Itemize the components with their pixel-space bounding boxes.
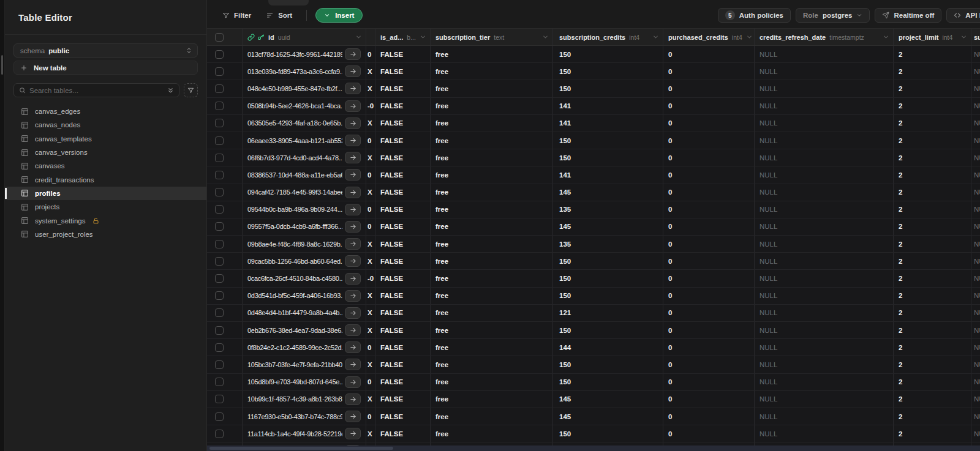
expand-row-button[interactable]: [345, 359, 361, 370]
sidebar-item-user_project_roles[interactable]: user_project_roles: [13, 228, 198, 241]
filter-button[interactable]: Filter: [217, 8, 257, 23]
credits-refresh-date-cell[interactable]: NULL: [755, 391, 894, 408]
credits-refresh-date-cell[interactable]: NULL: [755, 149, 894, 166]
table-row[interactable]: 0d3d541d-bf5c-459f-a406-16b93...XFALSEfr…: [207, 288, 980, 305]
realtime-toggle-button[interactable]: Realtime off: [875, 8, 941, 23]
row-checkbox[interactable]: [215, 154, 224, 162]
id-cell[interactable]: 0f8b24e2-c1c2-4589-99ce-2c52d...: [243, 339, 366, 356]
role-select[interactable]: Role postgres: [796, 8, 870, 23]
purchased-credits-cell[interactable]: 0: [663, 236, 755, 252]
chevron-down-icon[interactable]: [652, 34, 659, 40]
sidebar-item-profiles[interactable]: profiles: [5, 187, 206, 200]
row-checkbox[interactable]: [215, 257, 224, 266]
table-row[interactable]: 063505e5-4293-4faf-a18c-0e65b...XFALSEfr…: [207, 115, 980, 132]
row-checkbox[interactable]: [215, 119, 224, 127]
purchased-credits-cell[interactable]: 0: [663, 218, 755, 235]
clipped-cell[interactable]: X: [366, 305, 375, 321]
id-cell[interactable]: 0508b94b-5ee2-4626-bca1-4bca...: [243, 98, 366, 114]
purchased-credits-cell[interactable]: 0: [663, 166, 755, 183]
table-row[interactable]: 013cf78d-1625-43fc-9961-442189...0FALSEf…: [207, 46, 980, 63]
is-admin-cell[interactable]: FALSE: [375, 356, 431, 373]
scrollbar-thumb[interactable]: [209, 447, 393, 450]
is-admin-cell[interactable]: FALSE: [375, 270, 431, 286]
auth-policies-button[interactable]: 5 Auth policies: [718, 8, 791, 23]
clipped-cell[interactable]: X: [366, 149, 375, 166]
expand-row-button[interactable]: [345, 255, 361, 267]
clipped-cell[interactable]: X: [366, 80, 375, 97]
subscription-tier-cell[interactable]: free: [431, 305, 553, 321]
select-all-checkbox[interactable]: [215, 33, 224, 42]
expand-row-button[interactable]: [345, 290, 361, 302]
credits-refresh-date-cell[interactable]: NULL: [755, 356, 894, 373]
id-cell[interactable]: 1167e930-e5b0-43b7-b74c-788c9...: [243, 408, 366, 425]
clipped-right-cell[interactable]: NU: [971, 425, 980, 442]
sidebar-item-canvas_nodes[interactable]: canvas_nodes: [13, 118, 198, 132]
table-row[interactable]: 06eaee33-8905-4aaa-b121-ab552...0FALSEfr…: [207, 132, 980, 149]
id-cell[interactable]: 0d48e4d4-b1bf-4479-9a8b-4a4b...: [243, 305, 366, 321]
clipped-right-cell[interactable]: NU: [971, 356, 980, 373]
sidebar-item-projects[interactable]: projects: [13, 200, 198, 214]
project-limit-cell[interactable]: 2: [894, 374, 971, 390]
table-row[interactable]: 0cac6fca-26cf-4510-84ba-c4580...-0FALSEf…: [207, 270, 980, 287]
table-row[interactable]: 09544b0c-ba9b-496a-9b09-244...0FALSEfree…: [207, 201, 980, 218]
subscription-credits-cell[interactable]: 150: [553, 288, 663, 304]
purchased-credits-cell[interactable]: 0: [663, 356, 755, 373]
table-row[interactable]: 11a114cb-1a4c-49f4-9b28-52219ec...XFALSE…: [207, 425, 980, 442]
clipped-right-cell[interactable]: NU: [971, 391, 980, 408]
credits-refresh-date-cell[interactable]: NULL: [755, 132, 894, 149]
project-limit-cell[interactable]: 2: [894, 253, 971, 269]
subscription-tier-cell[interactable]: free: [431, 115, 553, 132]
credits-refresh-date-cell[interactable]: NULL: [755, 374, 894, 390]
subscription-tier-cell[interactable]: free: [431, 374, 553, 390]
is-admin-cell[interactable]: FALSE: [375, 46, 431, 62]
credits-refresh-date-cell[interactable]: NULL: [755, 98, 894, 114]
purchased-credits-cell[interactable]: 0: [663, 270, 755, 286]
subscription-tier-cell[interactable]: free: [431, 322, 553, 338]
subscription-tier-cell[interactable]: free: [431, 80, 553, 97]
expand-row-button[interactable]: [345, 135, 361, 146]
id-cell[interactable]: 09544b0c-ba9b-496a-9b09-244...: [243, 201, 366, 218]
subscription-tier-cell[interactable]: free: [431, 46, 553, 62]
row-checkbox[interactable]: [215, 308, 224, 317]
credits-refresh-date-cell[interactable]: NULL: [755, 425, 894, 442]
search-tables-input[interactable]: [29, 87, 164, 94]
clipped-right-cell[interactable]: NU: [971, 166, 980, 183]
clipped-cell[interactable]: X: [366, 391, 375, 408]
clipped-right-cell[interactable]: NU: [971, 98, 980, 114]
id-cell[interactable]: 06eaee33-8905-4aaa-b121-ab552...: [243, 132, 366, 149]
row-checkbox[interactable]: [215, 188, 224, 196]
row-checkbox[interactable]: [215, 205, 224, 214]
is-admin-cell[interactable]: FALSE: [375, 339, 431, 356]
purchased-credits-cell[interactable]: 0: [663, 184, 755, 201]
id-cell[interactable]: 10b99c1f-4857-4c39-a8b1-263b8...: [243, 391, 366, 408]
row-checkbox[interactable]: [215, 291, 224, 300]
id-cell[interactable]: 0cac6fca-26cf-4510-84ba-c4580...: [243, 270, 366, 286]
is-admin-cell[interactable]: FALSE: [375, 322, 431, 338]
clipped-right-cell[interactable]: NU: [971, 288, 980, 304]
clipped-cell[interactable]: X: [366, 322, 375, 338]
subscription-credits-cell[interactable]: 141: [553, 115, 663, 132]
subscription-credits-cell[interactable]: 145: [553, 184, 663, 201]
id-cell[interactable]: 013e039a-fd89-473a-a3c6-ccfa9...: [243, 63, 366, 80]
subscription-credits-cell[interactable]: 150: [553, 374, 663, 390]
id-cell[interactable]: 09b8ae4e-f48c-4f89-8a8c-1629b...: [243, 236, 366, 252]
clipped-right-cell[interactable]: NU: [971, 253, 980, 269]
project-limit-cell[interactable]: 2: [894, 218, 971, 235]
clipped-right-cell[interactable]: NU: [971, 408, 980, 425]
row-checkbox[interactable]: [215, 274, 224, 283]
expand-row-button[interactable]: [345, 273, 361, 285]
subscription-tier-cell[interactable]: free: [431, 253, 553, 269]
is-admin-cell[interactable]: FALSE: [375, 98, 431, 114]
row-checkbox[interactable]: [215, 67, 224, 76]
credits-refresh-date-cell[interactable]: NULL: [755, 288, 894, 304]
clipped-cell[interactable]: 0: [366, 218, 375, 235]
subscription-credits-cell[interactable]: 145: [553, 391, 663, 408]
column-header-project-limit[interactable]: project_limit int4: [894, 29, 971, 45]
collapse-all-icon[interactable]: [167, 87, 174, 94]
row-checkbox[interactable]: [215, 136, 224, 145]
table-row[interactable]: 105d8bf9-e703-49bd-807d-645e...0FALSEfre…: [207, 374, 980, 391]
row-checkbox[interactable]: [215, 240, 224, 248]
sidebar-item-credit_transactions[interactable]: credit_transactions: [13, 173, 198, 186]
insert-button[interactable]: Insert: [315, 8, 363, 23]
is-admin-cell[interactable]: FALSE: [375, 374, 431, 390]
